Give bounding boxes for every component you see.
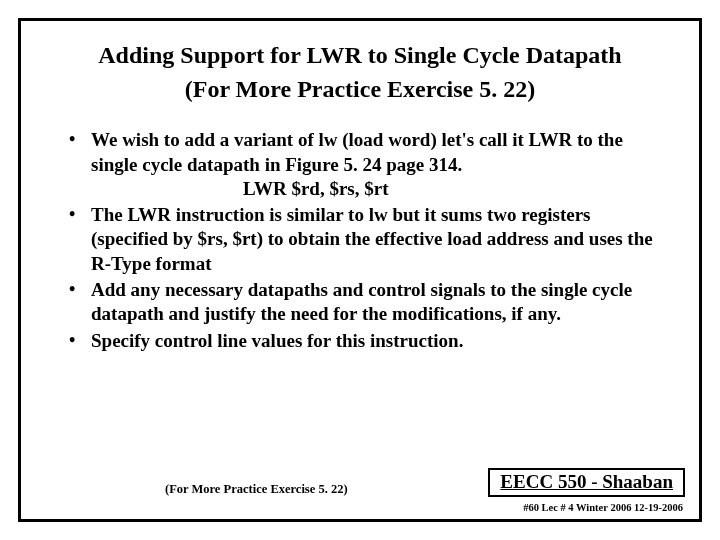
- slide-frame: Adding Support for LWR to Single Cycle D…: [18, 18, 702, 522]
- title-line-1: Adding Support for LWR to Single Cycle D…: [21, 39, 699, 73]
- bullet-list: We wish to add a variant of lw (load wor…: [21, 106, 699, 353]
- footer-note: (For More Practice Exercise 5. 22): [165, 482, 348, 497]
- bullet-text-1: We wish to add a variant of lw (load wor…: [91, 129, 623, 174]
- bullet-item-1: We wish to add a variant of lw (load wor…: [91, 128, 671, 201]
- slide-meta: #60 Lec # 4 Winter 2006 12-19-2006: [523, 502, 683, 513]
- bullet-text-4: Specify control line values for this ins…: [91, 330, 463, 351]
- bullet-item-2: The LWR instruction is similar to lw but…: [91, 203, 671, 276]
- title-line-2: (For More Practice Exercise 5. 22): [21, 73, 699, 107]
- course-label: EECC 550 - Shaaban: [488, 468, 685, 497]
- bullet-indent-1: LWR $rd, $rs, $rt: [91, 177, 671, 201]
- title-block: Adding Support for LWR to Single Cycle D…: [21, 21, 699, 106]
- course-box: EECC 550 - Shaaban: [488, 468, 685, 497]
- bullet-item-3: Add any necessary datapaths and control …: [91, 278, 671, 327]
- bullet-text-3: Add any necessary datapaths and control …: [91, 279, 632, 324]
- bullet-text-2: The LWR instruction is similar to lw but…: [91, 204, 653, 274]
- bullet-item-4: Specify control line values for this ins…: [91, 329, 671, 353]
